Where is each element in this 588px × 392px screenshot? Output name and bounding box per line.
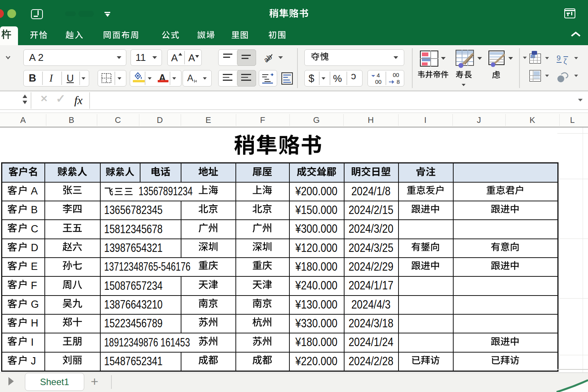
svg-text:8: 8 (397, 78, 400, 85)
svg-text:00: 00 (375, 78, 382, 85)
svg-text:9: 9 (557, 54, 561, 62)
svg-text:00: 00 (393, 72, 399, 78)
svg-text:4: 4 (377, 72, 380, 78)
svg-text:ζ: ζ (564, 57, 567, 65)
